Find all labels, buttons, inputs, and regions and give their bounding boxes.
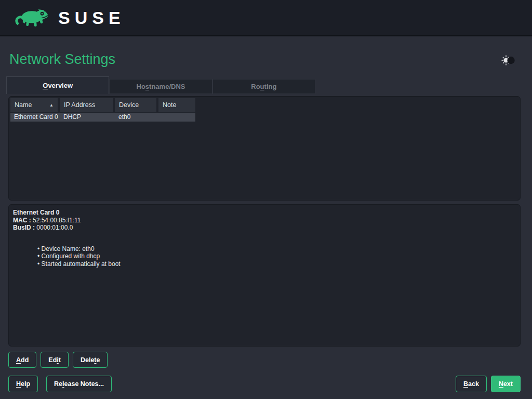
column-header-ip-address[interactable]: IP Address xyxy=(60,98,113,112)
suse-logo: SUSE xyxy=(14,5,125,31)
cell-device: eth0 xyxy=(115,113,158,122)
cell-ip: DHCP xyxy=(60,113,115,122)
details-device-title: Ethernet Card 0 xyxy=(13,209,516,217)
footer-left-buttons: Help Release Notes... xyxy=(8,376,112,392)
cell-name: Ethernet Card 0 xyxy=(10,113,60,122)
device-details-panel: Ethernet Card 0 MAC : 52:54:00:85:f1:11 … xyxy=(8,204,521,347)
mac-value: 52:54:00:85:f1:11 xyxy=(33,217,81,224)
tab-routing-label: Routing xyxy=(251,83,276,90)
detail-item-started: Started automatically at boot xyxy=(37,260,516,268)
busid-label: BusID : xyxy=(13,224,35,231)
details-bullet-list: Device Name: eth0 Configured with dhcp S… xyxy=(13,245,516,268)
wizard-footer: Help Release Notes... Back Next xyxy=(8,376,521,392)
release-notes-button[interactable]: Release Notes... xyxy=(46,376,112,392)
sun-moon-theme-toggle-icon xyxy=(500,59,516,68)
network-devices-table: Name ▲ IP Address Device Note Ethernet C… xyxy=(8,96,521,201)
details-mac-line: MAC : 52:54:00:85:f1:11 xyxy=(13,217,516,224)
column-header-name[interactable]: Name ▲ xyxy=(10,98,58,112)
table-actions: Add Edit Delete xyxy=(8,352,108,368)
next-button[interactable]: Next xyxy=(491,376,521,392)
tab-overview-label: Overview xyxy=(43,82,73,89)
edit-button[interactable]: Edit xyxy=(41,352,69,368)
delete-button[interactable]: Delete xyxy=(73,352,108,368)
tab-bar: Overview Hostname/DNS Routing xyxy=(6,76,315,94)
cell-note xyxy=(158,113,195,122)
add-button[interactable]: Add xyxy=(8,352,36,368)
help-button[interactable]: Help xyxy=(8,376,38,392)
column-header-device[interactable]: Device xyxy=(115,98,156,112)
detail-item-device-name: Device Name: eth0 xyxy=(37,245,516,253)
suse-chameleon-icon xyxy=(14,5,52,31)
sort-asc-icon: ▲ xyxy=(49,98,54,112)
page-title: Network Settings xyxy=(9,51,115,68)
back-button[interactable]: Back xyxy=(456,376,487,392)
topbar: SUSE xyxy=(0,0,532,36)
tab-routing[interactable]: Routing xyxy=(212,79,315,94)
detail-item-configured: Configured with dhcp xyxy=(37,252,516,260)
table-header-row: Name ▲ IP Address Device Note xyxy=(10,98,518,112)
theme-toggle-button[interactable] xyxy=(500,54,516,66)
tab-hostname-dns[interactable]: Hostname/DNS xyxy=(109,79,212,94)
column-header-note[interactable]: Note xyxy=(158,98,195,112)
busid-value: 0000:01:00.0 xyxy=(36,224,73,231)
details-busid-line: BusID : 0000:01:00.0 xyxy=(13,224,516,232)
suse-wordmark: SUSE xyxy=(58,9,125,26)
tab-hostname-dns-label: Hostname/DNS xyxy=(137,83,185,90)
table-row-ethernet-card-0[interactable]: Ethernet Card 0 DHCP eth0 xyxy=(10,113,195,122)
tab-overview[interactable]: Overview xyxy=(6,76,109,94)
footer-right-buttons: Back Next xyxy=(456,376,521,392)
mac-label: MAC : xyxy=(13,217,31,224)
